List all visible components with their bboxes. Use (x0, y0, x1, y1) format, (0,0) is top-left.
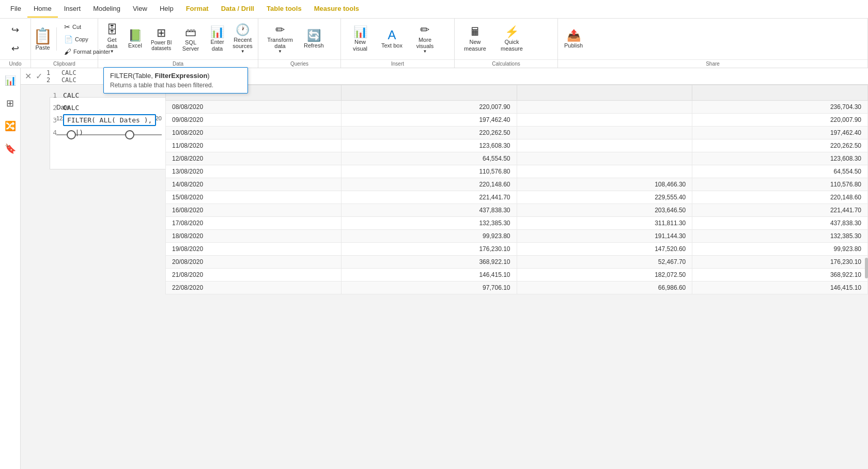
excel-button[interactable]: 📗 Excel (125, 28, 145, 51)
table-row: 16/08/2020 437,838.30 203,646.50 221,441… (166, 204, 868, 217)
model-view-icon[interactable]: 🔀 (2, 118, 19, 134)
cell-date: 20/08/2020 (166, 256, 342, 269)
table-row: 10/08/2020 220,262.50 197,462.40 (166, 127, 868, 139)
col-header-2 (517, 85, 692, 101)
cell-col1: 64,554.50 (341, 152, 517, 165)
formula-confirm-button[interactable]: ✓ (36, 71, 42, 81)
cell-col3: 110,576.80 (692, 178, 868, 191)
quick-measure-button[interactable]: ⚡ Quick measure (494, 24, 529, 53)
cell-col3: 64,554.50 (692, 165, 868, 178)
cell-date: 09/08/2020 (166, 114, 342, 127)
transform-data-button[interactable]: ✏ Transform data ▼ (261, 22, 299, 56)
undo-group-label: Undo (0, 59, 30, 68)
cell-col1: 221,441.70 (341, 191, 517, 204)
cell-col3: 176,230.10 (692, 256, 868, 269)
cell-col1: 146,415.10 (341, 269, 517, 282)
autocomplete-bold: FilterExpression (154, 72, 207, 80)
col-header-1 (341, 85, 517, 101)
cell-date: 10/08/2020 (166, 127, 342, 139)
menu-modeling[interactable]: Modeling (87, 1, 127, 18)
code-editor: 1 CALC 2 CALC 3 FILTER( ALL( Dates ), 4 … (47, 89, 156, 138)
formula-close-button[interactable]: ✕ (25, 71, 32, 81)
calculations-group: 🖩 New measure ⚡ Quick measure Calculatio… (455, 19, 558, 68)
menu-table-tools[interactable]: Table tools (260, 1, 308, 18)
more-visuals-button[interactable]: ✏ More visuals ▼ (408, 22, 442, 56)
table-row: 18/08/2020 99,923.80 191,144.30 132,385.… (166, 230, 868, 243)
cell-date: 13/08/2020 (166, 165, 342, 178)
data-group: 🗄 Get data ▼ 📗 Excel ⊞ Power BI datasets… (98, 19, 258, 68)
cell-col2: 66,986.60 (517, 282, 692, 294)
col-header-3 (692, 85, 868, 101)
menu-view[interactable]: View (127, 1, 153, 18)
recent-sources-button[interactable]: 🕐 Recent sources ▼ (230, 22, 255, 56)
refresh-button[interactable]: 🔄 Refresh (301, 28, 327, 51)
cell-col3: 221,441.70 (692, 204, 868, 217)
cell-col3: 220,007.90 (692, 114, 868, 127)
cell-date: 17/08/2020 (166, 217, 342, 230)
publish-button[interactable]: 📤 Publish (561, 28, 586, 51)
vertical-scrollbar[interactable] (865, 258, 868, 278)
autocomplete-title: FILTER(Table, FilterExpression) (110, 72, 241, 80)
undo-button[interactable]: ↩ (8, 22, 22, 38)
share-group: 📤 Publish Share (558, 19, 868, 68)
menu-data-drill[interactable]: Data / Drill (215, 1, 260, 18)
cell-col2 (517, 139, 692, 152)
highlighted-code[interactable]: FILTER( ALL( Dates ), (63, 114, 156, 126)
table-row: 09/08/2020 197,462.40 220,007.90 (166, 114, 868, 127)
queries-group-label: Queries (258, 59, 340, 68)
cell-col1: 123,608.30 (341, 139, 517, 152)
cell-date: 18/08/2020 (166, 230, 342, 243)
insert-group-label: Insert (341, 59, 454, 68)
data-group-label: Data (98, 59, 258, 68)
powerbi-button[interactable]: ⊞ Power BI datasets (147, 25, 175, 53)
cell-date: 11/08/2020 (166, 139, 342, 152)
redo-button[interactable]: ↩ (8, 41, 22, 56)
cell-col3: 220,148.60 (692, 191, 868, 204)
cell-date: 15/08/2020 (166, 191, 342, 204)
table-row: 14/08/2020 220,148.60 108,466.30 110,576… (166, 178, 868, 191)
sql-button[interactable]: 🗃 SQL Server (177, 25, 204, 54)
cell-col2: 108,466.30 (517, 178, 692, 191)
cell-col2: 182,072.50 (517, 269, 692, 282)
enter-data-button[interactable]: 📊 Enter data (206, 24, 228, 53)
table-row: 13/08/2020 110,576.80 64,554.50 (166, 165, 868, 178)
undo-group: ↩ ↩ Undo (0, 19, 31, 68)
menu-format[interactable]: Format (180, 1, 215, 18)
new-visual-button[interactable]: 📊 New visual (344, 24, 376, 53)
cell-col2 (517, 101, 692, 114)
cell-col1: 437,838.30 (341, 204, 517, 217)
table-row: 11/08/2020 123,608.30 220,262.50 (166, 139, 868, 152)
cell-col1: 220,262.50 (341, 127, 517, 139)
cell-col2: 229,555.40 (517, 191, 692, 204)
new-measure-button[interactable]: 🖩 New measure (458, 24, 492, 53)
menu-home[interactable]: Home (27, 1, 58, 18)
cell-col2 (517, 127, 692, 139)
menu-insert[interactable]: Insert (58, 1, 87, 18)
cell-col3: 236,704.30 (692, 101, 868, 114)
report-view-icon[interactable]: 📊 (2, 72, 19, 89)
get-data-button[interactable]: 🗄 Get data ▼ (101, 22, 122, 56)
cell-col2 (517, 114, 692, 127)
calculations-group-label: Calculations (455, 59, 557, 68)
data-table: 08/08/2020 220,007.90 236,704.30 09/08/2… (165, 85, 868, 294)
bookmark-icon[interactable]: 🔖 (2, 140, 19, 157)
cell-col3: 132,385.30 (692, 230, 868, 243)
cell-col1: 110,576.80 (341, 165, 517, 178)
cell-date: 14/08/2020 (166, 178, 342, 191)
menu-help[interactable]: Help (153, 1, 180, 18)
table-row: 19/08/2020 176,230.10 147,520.60 99,923.… (166, 243, 868, 256)
code-line-3: 3 FILTER( ALL( Dates ), (47, 114, 156, 126)
cell-date: 08/08/2020 (166, 101, 342, 114)
cell-date: 19/08/2020 (166, 243, 342, 256)
cell-col1: 132,385.30 (341, 217, 517, 230)
cell-col2: 147,520.60 (517, 243, 692, 256)
table-row: 21/08/2020 146,415.10 182,072.50 368,922… (166, 269, 868, 282)
paste-button[interactable]: 📋 Paste (33, 27, 57, 51)
menu-measure-tools[interactable]: Measure tools (308, 1, 365, 18)
share-group-label: Share (558, 59, 867, 68)
table-row: 20/08/2020 368,922.10 52,467.70 176,230.… (166, 256, 868, 269)
cell-col1: 220,148.60 (341, 178, 517, 191)
menu-file[interactable]: File (4, 1, 27, 18)
text-box-button[interactable]: A Text box (378, 27, 406, 51)
data-view-icon[interactable]: ⊞ (2, 95, 19, 112)
